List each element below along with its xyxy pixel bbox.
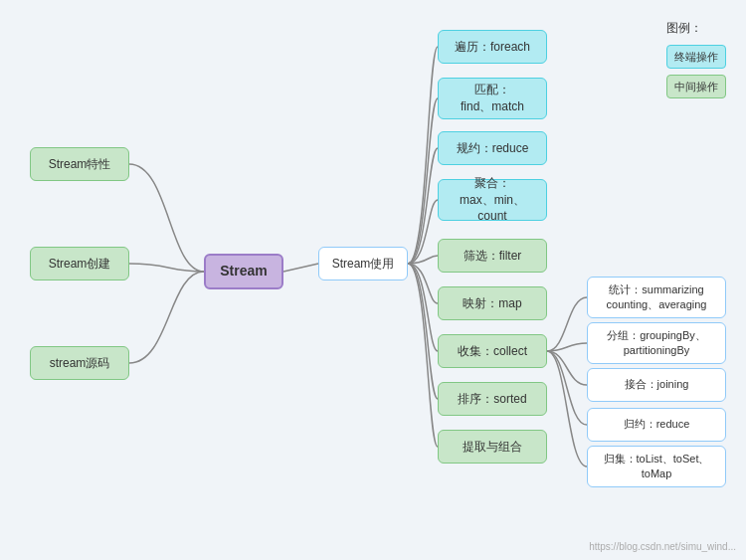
collect-sub-summarizing: 统计：summarizing counting、averaging — [587, 277, 726, 318]
right-node-collect: 收集：collect — [438, 334, 547, 368]
svg-line-0 — [283, 264, 318, 272]
right-node-reduce: 规约：reduce — [438, 131, 547, 165]
right-node-foreach: 遍历：foreach — [438, 30, 547, 64]
left-node-source: stream源码 — [30, 346, 129, 380]
legend: 图例： 终端操作 中间操作 — [666, 20, 726, 104]
right-node-filter: 筛选：filter — [438, 239, 547, 273]
center-node: Stream — [204, 254, 283, 289]
legend-terminal-box: 终端操作 — [666, 45, 726, 69]
left-node-features: Stream特性 — [30, 147, 129, 181]
right-node-extract: 提取与组合 — [438, 430, 547, 464]
left-node-create: Stream创建 — [30, 247, 129, 280]
legend-item-terminal: 终端操作 — [666, 45, 726, 69]
right-node-aggregate: 聚合： max、min、count — [438, 179, 547, 221]
mid-node-usage: Stream使用 — [318, 247, 408, 280]
right-node-sorted: 排序：sorted — [438, 382, 547, 416]
watermark: https://blog.csdn.net/simu_wind... — [589, 541, 736, 552]
legend-intermediate-box: 中间操作 — [666, 75, 726, 98]
legend-title: 图例： — [666, 20, 726, 37]
collect-sub-reduce: 归约：reduce — [587, 408, 726, 442]
collect-sub-grouping: 分组：groupingBy、 partitioningBy — [587, 322, 726, 364]
collect-sub-joining: 接合：joining — [587, 368, 726, 402]
right-node-find-match: 匹配： find、match — [438, 78, 547, 119]
collect-sub-tolist: 归集：toList、toSet、 toMap — [587, 446, 726, 487]
right-node-map: 映射：map — [438, 286, 547, 320]
legend-item-intermediate: 中间操作 — [666, 75, 726, 98]
